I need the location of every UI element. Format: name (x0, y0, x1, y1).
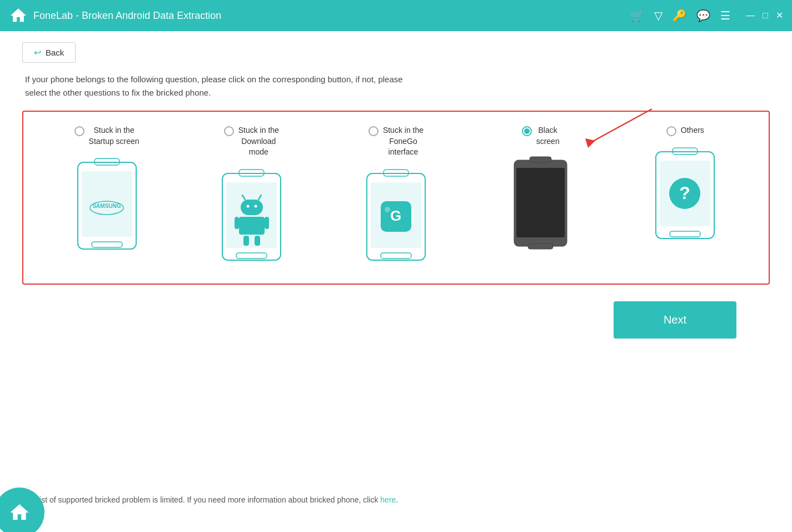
home-icon (9, 6, 28, 25)
selection-box: Stuck in theStartup screen SAMSUNG Stuck… (22, 111, 770, 285)
main-content: ↩ Back If your phone belongs to the foll… (0, 31, 792, 532)
phone-samsung: SAMSUNG (75, 156, 139, 256)
svg-text:G: G (390, 207, 401, 224)
signal-icon[interactable]: ▽ (654, 9, 663, 22)
back-arrow-icon: ↩ (34, 47, 41, 58)
radio-startup[interactable] (74, 126, 84, 136)
svg-point-28 (385, 207, 390, 212)
chat-icon[interactable]: 💬 (696, 9, 710, 22)
option-fonego-label: Stuck in theFoneGointerface (383, 125, 424, 158)
instruction-text: If your phone belongs to the following q… (25, 73, 770, 100)
back-label: Back (46, 48, 64, 57)
svg-rect-19 (265, 217, 269, 229)
option-black-label: Blackscreen (536, 125, 560, 147)
bottom-home-button[interactable] (0, 488, 44, 532)
menu-icon[interactable]: ☰ (720, 9, 730, 22)
phone-black (509, 156, 572, 267)
option-startup-label: Stuck in theStartup screen (89, 125, 140, 147)
next-button-container: Next (22, 301, 770, 339)
radio-others[interactable] (666, 126, 676, 136)
svg-rect-30 (530, 157, 551, 162)
svg-rect-12 (241, 200, 263, 215)
svg-point-15 (246, 205, 249, 207)
maximize-button[interactable]: □ (763, 11, 768, 20)
option-startup-radio-row: Stuck in theStartup screen (74, 125, 140, 147)
option-others[interactable]: Others ? (635, 125, 735, 245)
option-download-radio-row: Stuck in theDownloadmode (224, 125, 279, 158)
titlebar: FoneLab - Broken Android Data Extraction… (0, 0, 792, 31)
cart-icon[interactable]: 🛒 (630, 9, 644, 22)
radio-black-inner (524, 128, 530, 134)
phone-fonego: G (364, 167, 428, 267)
svg-rect-20 (243, 236, 249, 246)
footer-link[interactable]: here (380, 495, 396, 504)
option-fonego[interactable]: Stuck in theFoneGointerface G (346, 125, 446, 267)
minimize-button[interactable]: — (746, 11, 755, 20)
next-button[interactable]: Next (614, 301, 736, 339)
titlebar-left: FoneLab - Broken Android Data Extraction (9, 6, 221, 25)
radio-black[interactable] (522, 126, 532, 136)
app-title: FoneLab - Broken Android Data Extraction (33, 10, 221, 22)
back-button[interactable]: ↩ Back (22, 42, 76, 63)
option-fonego-radio-row: Stuck in theFoneGointerface (368, 125, 424, 158)
footer-message: The list of supported bricked problem is… (22, 495, 380, 504)
svg-rect-35 (670, 231, 700, 237)
bottom-home-icon (8, 501, 31, 524)
instruction-line1: If your phone belongs to the following q… (25, 74, 403, 84)
instruction-line2: select the other questions to fix the br… (25, 88, 211, 97)
svg-rect-21 (255, 236, 260, 246)
svg-text:?: ? (680, 183, 691, 203)
phone-android (220, 167, 283, 267)
titlebar-right: 🛒 ▽ 🔑 💬 ☰ — □ ✕ (630, 9, 783, 22)
svg-text:SAMSUNG: SAMSUNG (92, 203, 121, 209)
svg-rect-32 (516, 168, 565, 237)
close-button[interactable]: ✕ (776, 11, 783, 20)
footer-suffix: . (396, 495, 398, 504)
svg-rect-4 (92, 242, 122, 247)
option-startup[interactable]: Stuck in theStartup screen SAMSUNG (57, 125, 157, 256)
option-black[interactable]: Blackscreen (491, 125, 591, 267)
option-download[interactable]: Stuck in theDownloadmode (201, 125, 301, 267)
svg-rect-31 (528, 243, 553, 249)
phone-others: ? (653, 145, 717, 245)
radio-fonego[interactable] (368, 126, 378, 136)
key-icon[interactable]: 🔑 (673, 9, 686, 22)
option-black-radio-row: Blackscreen (522, 125, 560, 147)
svg-rect-24 (381, 253, 411, 258)
window-controls: — □ ✕ (746, 11, 783, 20)
option-others-radio-row: Others (666, 125, 704, 136)
option-others-label: Others (681, 125, 704, 136)
svg-rect-10 (236, 253, 267, 258)
svg-rect-18 (235, 217, 239, 229)
svg-point-16 (254, 205, 257, 207)
option-download-label: Stuck in theDownloadmode (238, 125, 279, 158)
footer-text: The list of supported bricked problem is… (22, 495, 398, 504)
svg-rect-17 (239, 217, 265, 235)
radio-download[interactable] (224, 126, 234, 136)
